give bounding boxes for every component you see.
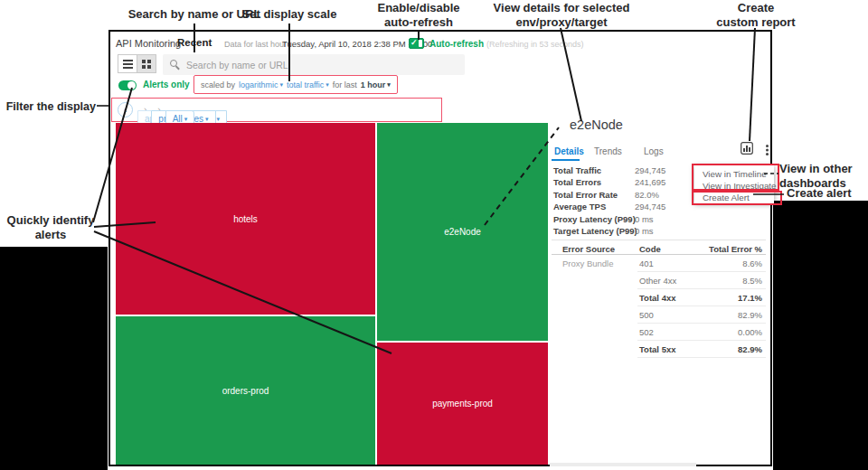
tab-logs[interactable]: Logs xyxy=(644,146,664,156)
panel-bottom-scroll-edge xyxy=(550,463,696,466)
for-last-label: for last xyxy=(333,80,357,89)
panel-title: e2eNode xyxy=(570,118,623,132)
create-report-icon[interactable] xyxy=(741,142,753,155)
table-row: Proxy Bundle4018.6% xyxy=(552,255,766,272)
annotation-view-details: View details for selected env/proxy/targ… xyxy=(484,1,639,30)
data-range-label: Data for last hour xyxy=(224,40,287,49)
list-view-button[interactable] xyxy=(118,54,137,73)
search-bar xyxy=(163,54,465,75)
background-mask-left xyxy=(0,247,108,470)
autorefresh-label: Auto-refresh xyxy=(429,39,484,49)
table-row: Total 5xx82.9% xyxy=(552,341,766,358)
menu-item-create-alert[interactable]: Create Alert xyxy=(694,192,774,203)
details-panel: e2eNode Details Trends Logs Total Traffi… xyxy=(552,113,770,395)
error-table: Error Source Code Total Error % Proxy Bu… xyxy=(552,240,766,358)
cell-label: orders-prod xyxy=(222,386,269,396)
tab-details[interactable]: Details xyxy=(554,146,584,156)
alerts-only-label: Alerts only xyxy=(143,80,190,89)
menu-item-view-in-timeline[interactable]: View in Timeline xyxy=(694,168,774,180)
scaled-by-label: scaled by xyxy=(201,80,235,89)
time-range-dropdown[interactable]: 1 hour xyxy=(361,80,391,89)
page-title: Recent xyxy=(177,37,212,48)
display-scale-controls: scaled by logarithmic total traffic for … xyxy=(193,75,398,94)
stat-row: Proxy Latency (P99)0 ms xyxy=(552,214,770,226)
search-input[interactable] xyxy=(186,57,458,72)
table-row: 50082.9% xyxy=(552,306,766,324)
treemap: hotels e2eNode orders-prod payments-prod xyxy=(116,123,548,465)
background-mask-right xyxy=(773,201,868,470)
annotated-screenshot: Search by name or URL Set display scale … xyxy=(0,0,868,470)
active-tab-underline xyxy=(552,159,580,161)
breadcrumb: ‹ Organizationsapigee-stress › Environme… xyxy=(111,98,442,122)
app-window: API Monitoring › Recent Data for last ho… xyxy=(108,30,772,466)
grid-icon xyxy=(142,60,146,63)
treemap-cell-hotels[interactable]: hotels xyxy=(116,123,375,315)
annotation-create-alert: Create alert xyxy=(787,186,868,201)
check-icon: ✓ xyxy=(410,38,418,47)
treemap-cell-payments-prod[interactable]: payments-prod xyxy=(377,343,548,465)
annotation-filter-display: Filter the display xyxy=(0,99,96,114)
stat-row: Average TPS294,745 xyxy=(552,202,770,213)
menu-item-view-in-investigate[interactable]: View in Investigate xyxy=(694,180,774,192)
cell-label: payments-prod xyxy=(432,399,493,409)
view-toggle-group xyxy=(118,54,157,73)
back-button[interactable]: ‹ xyxy=(118,102,133,118)
treemap-cell-e2enode[interactable]: e2eNode xyxy=(377,123,548,341)
scale-dropdown[interactable]: logarithmic xyxy=(239,80,283,89)
checkbox-notch xyxy=(419,40,422,47)
annotation-custom-report: Create custom report xyxy=(701,1,811,30)
table-row: Total 4xx17.1% xyxy=(552,289,766,306)
annotation-identify-alerts: Quickly identify alerts xyxy=(0,213,101,242)
list-icon xyxy=(123,60,133,61)
toggle-knob xyxy=(127,81,136,89)
annotation-display-scale: Set display scale xyxy=(226,7,353,22)
stat-row: Target Latency (P99)0 ms xyxy=(552,226,770,238)
search-icon xyxy=(170,60,177,67)
table-row: 5020.00% xyxy=(552,324,766,341)
alerts-only-toggle[interactable] xyxy=(118,80,137,90)
context-menu: View in Timeline View in Investigate Cre… xyxy=(694,165,774,203)
tab-trends[interactable]: Trends xyxy=(594,146,622,156)
annotation-autorefresh: Enable/disable auto-refresh xyxy=(355,1,482,30)
more-menu-icon[interactable] xyxy=(766,145,769,147)
metric-dropdown[interactable]: total traffic xyxy=(287,80,329,89)
table-row: Other 4xx8.5% xyxy=(552,272,766,289)
error-table-header: Error Source Code Total Error % xyxy=(552,240,766,255)
autorefresh-checkbox[interactable]: ✓ xyxy=(409,38,424,49)
refresh-countdown: (Refreshing in 53 seconds) xyxy=(486,40,584,49)
grid-view-button[interactable] xyxy=(137,54,156,73)
chevron-right-icon: › xyxy=(168,38,171,48)
cell-label: e2eNode xyxy=(444,227,481,237)
treemap-cell-orders-prod[interactable]: orders-prod xyxy=(116,316,375,465)
cell-label: hotels xyxy=(233,214,258,224)
